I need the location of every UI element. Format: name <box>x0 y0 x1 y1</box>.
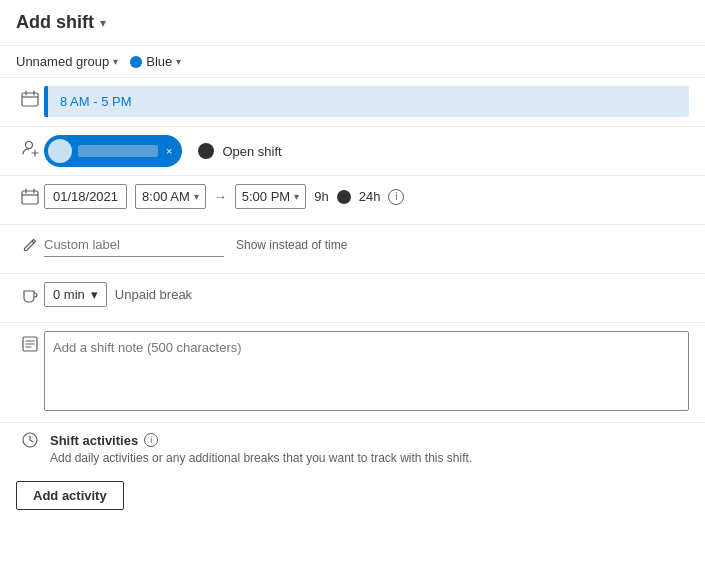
add-activity-button[interactable]: Add activity <box>16 481 124 510</box>
datetime-fields: 01/18/2021 8:00 AM ▾ → 5:00 PM ▾ 9h 24h … <box>44 184 689 209</box>
person-tag[interactable]: × <box>44 135 182 167</box>
group-chevron-icon: ▾ <box>113 56 118 67</box>
datetime-row: 01/18/2021 8:00 AM ▾ → 5:00 PM ▾ 9h 24h … <box>0 176 705 224</box>
shift-time-block[interactable]: 8 AM - 5 PM <box>44 86 689 117</box>
edit-icon <box>16 233 44 253</box>
open-shift-toggle-row[interactable]: Open shift <box>198 143 281 159</box>
note-icon <box>16 331 44 353</box>
start-time-value: 8:00 AM <box>142 189 190 204</box>
custom-label-row: Show instead of time <box>0 225 705 273</box>
end-time-select[interactable]: 5:00 PM ▾ <box>235 184 306 209</box>
shift-time-row: 8 AM - 5 PM <box>0 78 705 126</box>
activities-title-label: Shift activities <box>50 433 138 448</box>
shift-time-label: 8 AM - 5 PM <box>60 94 132 109</box>
break-chevron-icon: ▾ <box>91 287 98 302</box>
info-icon[interactable]: i <box>388 189 404 205</box>
activities-description: Add daily activities or any additional b… <box>50 451 689 465</box>
person-content: × Open shift <box>44 135 689 167</box>
color-dot-icon <box>130 56 142 68</box>
header-chevron-icon[interactable]: ▾ <box>100 16 106 30</box>
note-content <box>44 331 689 414</box>
break-duration-value: 0 min <box>53 287 85 302</box>
clock-icon <box>16 86 44 108</box>
header: Add shift ▾ <box>0 0 705 46</box>
activities-header: Shift activities i <box>16 431 689 449</box>
break-content: 0 min ▾ Unpaid break <box>44 282 689 307</box>
person-name <box>78 145 158 157</box>
break-row: 0 min ▾ Unpaid break <box>0 274 705 322</box>
svg-rect-7 <box>22 191 38 204</box>
activities-info-icon[interactable]: i <box>144 433 158 447</box>
note-row <box>0 323 705 422</box>
color-chevron-icon: ▾ <box>176 56 181 67</box>
group-name-label: Unnamed group <box>16 54 109 69</box>
svg-rect-0 <box>22 93 38 106</box>
break-fields: 0 min ▾ Unpaid break <box>44 282 689 307</box>
svg-point-4 <box>26 142 33 149</box>
person-add-icon <box>16 135 44 157</box>
date-value: 01/18/2021 <box>53 189 118 204</box>
end-time-value: 5:00 PM <box>242 189 290 204</box>
arrow-icon: → <box>214 189 227 204</box>
show-instead-label: Show instead of time <box>236 238 347 252</box>
custom-label-content: Show instead of time <box>44 233 689 257</box>
calendar-icon <box>16 184 44 206</box>
start-time-select[interactable]: 8:00 AM ▾ <box>135 184 206 209</box>
note-textarea[interactable] <box>44 331 689 411</box>
paid-indicator-icon <box>337 190 351 204</box>
color-label: Blue <box>146 54 172 69</box>
person-row: × Open shift <box>0 127 705 175</box>
content: 8 AM - 5 PM × Open shi <box>0 78 705 526</box>
date-input[interactable]: 01/18/2021 <box>44 184 127 209</box>
subheader: Unnamed group ▾ Blue ▾ <box>0 46 705 78</box>
open-shift-toggle-icon <box>198 143 214 159</box>
datetime-content: 01/18/2021 8:00 AM ▾ → 5:00 PM ▾ 9h 24h … <box>44 184 689 209</box>
custom-label-fields: Show instead of time <box>44 233 689 257</box>
end-time-chevron-icon: ▾ <box>294 191 299 202</box>
info-label: i <box>395 191 397 202</box>
person-tag-row: × Open shift <box>44 135 689 167</box>
color-selector[interactable]: Blue ▾ <box>130 54 181 69</box>
coffee-icon <box>16 282 44 304</box>
shift-time-content[interactable]: 8 AM - 5 PM <box>44 86 689 117</box>
start-time-chevron-icon: ▾ <box>194 191 199 202</box>
page-title: Add shift <box>16 12 94 33</box>
break-duration-select[interactable]: 0 min ▾ <box>44 282 107 307</box>
duration-label: 9h <box>314 189 328 204</box>
break-type-label: Unpaid break <box>115 287 192 302</box>
group-selector[interactable]: Unnamed group ▾ <box>16 54 118 69</box>
open-shift-label: Open shift <box>222 144 281 159</box>
activities-clock-icon <box>16 431 44 449</box>
activities-section: Shift activities i Add daily activities … <box>0 423 705 477</box>
avatar <box>48 139 72 163</box>
remove-person-button[interactable]: × <box>164 145 174 157</box>
hours-24-label: 24h <box>359 189 381 204</box>
custom-label-input[interactable] <box>44 233 224 257</box>
